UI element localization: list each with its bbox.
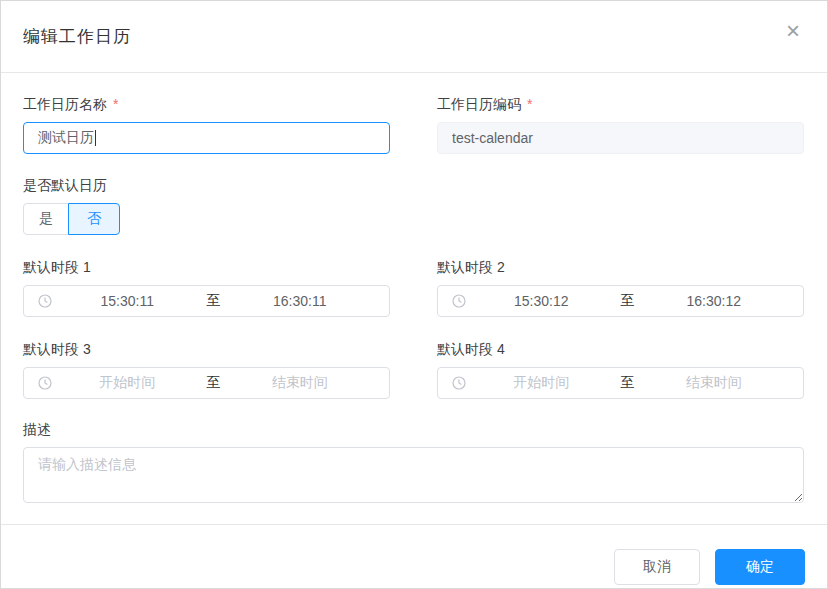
edit-work-calendar-dialog: 编辑工作日历 × 工作日历名称 * 测试日历 工作日历编码 * — [0, 0, 828, 589]
period-2-end-time[interactable]: 16:30:12 — [639, 293, 790, 309]
required-asterisk: * — [527, 94, 532, 114]
text-caret — [95, 130, 96, 146]
range-separator: 至 — [617, 374, 639, 392]
period-3-start-time-placeholder[interactable]: 开始时间 — [52, 374, 203, 392]
period-1-time-range-picker[interactable]: 15:30:11 至 16:30:11 — [23, 285, 390, 317]
period-3-label: 默认时段 3 — [23, 339, 390, 359]
calendar-code-value: test-calendar — [452, 130, 533, 146]
period-3-time-range-picker[interactable]: 开始时间 至 结束时间 — [23, 367, 390, 399]
calendar-name-field-group: 工作日历名称 * 测试日历 — [23, 94, 390, 154]
clock-icon — [452, 376, 466, 390]
description-label: 描述 — [23, 419, 804, 439]
clock-icon — [38, 294, 52, 308]
toggle-yes-button[interactable]: 是 — [23, 203, 69, 235]
calendar-code-label: 工作日历编码 * — [437, 94, 804, 114]
period-4-field-group: 默认时段 4 开始时间 至 结束时间 — [437, 339, 804, 399]
range-separator: 至 — [617, 292, 639, 310]
period-2-time-range-picker[interactable]: 15:30:12 至 16:30:12 — [437, 285, 804, 317]
calendar-name-label: 工作日历名称 * — [23, 94, 390, 114]
period-4-start-time-placeholder[interactable]: 开始时间 — [466, 374, 617, 392]
description-field-group: 描述 — [23, 419, 804, 503]
label-text: 工作日历编码 — [437, 94, 521, 114]
close-icon[interactable]: × — [775, 13, 811, 49]
required-asterisk: * — [113, 94, 118, 114]
period-1-start-time[interactable]: 15:30:11 — [52, 293, 203, 309]
description-textarea[interactable] — [23, 447, 804, 503]
calendar-name-input[interactable]: 测试日历 — [23, 122, 390, 154]
period-1-label: 默认时段 1 — [23, 257, 390, 277]
period-1-end-time[interactable]: 16:30:11 — [225, 293, 376, 309]
calendar-code-field-group: 工作日历编码 * test-calendar — [437, 94, 804, 154]
period-2-label: 默认时段 2 — [437, 257, 804, 277]
cancel-button[interactable]: 取消 — [614, 549, 700, 585]
period-4-label: 默认时段 4 — [437, 339, 804, 359]
default-calendar-field-group: 是否默认日历 是 否 — [23, 175, 804, 235]
range-separator: 至 — [203, 374, 225, 392]
dialog-body: 工作日历名称 * 测试日历 工作日历编码 * test-calendar — [1, 73, 827, 503]
period-4-end-time-placeholder[interactable]: 结束时间 — [639, 374, 790, 392]
dialog-header: 编辑工作日历 × — [1, 1, 827, 73]
range-separator: 至 — [203, 292, 225, 310]
clock-icon — [452, 294, 466, 308]
toggle-no-button[interactable]: 否 — [68, 203, 120, 235]
calendar-code-input: test-calendar — [437, 122, 804, 154]
default-calendar-toggle: 是 否 — [23, 203, 120, 235]
period-2-start-time[interactable]: 15:30:12 — [466, 293, 617, 309]
default-calendar-label: 是否默认日历 — [23, 175, 804, 195]
label-text: 工作日历名称 — [23, 94, 107, 114]
dialog-footer: 取消 确定 — [1, 524, 827, 589]
calendar-name-value: 测试日历 — [38, 129, 94, 147]
confirm-button[interactable]: 确定 — [715, 549, 805, 585]
period-4-time-range-picker[interactable]: 开始时间 至 结束时间 — [437, 367, 804, 399]
period-2-field-group: 默认时段 2 15:30:12 至 16:30:12 — [437, 257, 804, 317]
period-3-end-time-placeholder[interactable]: 结束时间 — [225, 374, 376, 392]
label-text: 是否默认日历 — [23, 175, 107, 195]
period-3-field-group: 默认时段 3 开始时间 至 结束时间 — [23, 339, 390, 399]
dialog-title: 编辑工作日历 — [23, 25, 131, 48]
clock-icon — [38, 376, 52, 390]
period-1-field-group: 默认时段 1 15:30:11 至 16:30:11 — [23, 257, 390, 317]
